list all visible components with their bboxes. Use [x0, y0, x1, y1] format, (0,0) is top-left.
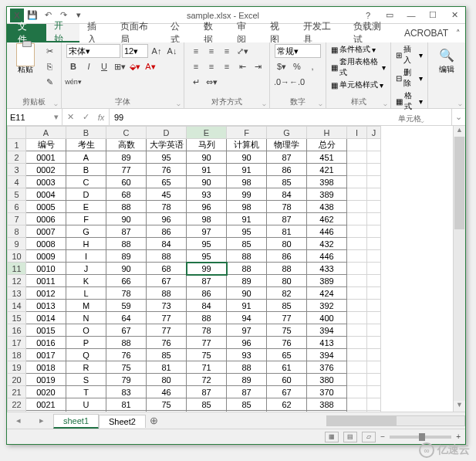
cell-E15[interactable]: 88	[187, 312, 227, 324]
cell-I13[interactable]	[347, 287, 367, 300]
qat-more-icon[interactable]: ▾	[72, 8, 86, 22]
row-header-8[interactable]: 8	[8, 225, 26, 238]
cell-D11[interactable]: 68	[147, 263, 187, 275]
tab-file[interactable]: 文件	[7, 24, 46, 42]
cell-H2[interactable]: 451	[307, 151, 347, 164]
tab-view[interactable]: 视图	[262, 24, 295, 42]
cell-B8[interactable]: G	[66, 225, 106, 238]
cell-C12[interactable]: 66	[106, 275, 147, 287]
cell-J8[interactable]	[367, 225, 381, 238]
normal-view-icon[interactable]: ▦	[325, 432, 339, 442]
col-header-I[interactable]: I	[347, 127, 367, 139]
cell-F21[interactable]: 87	[227, 386, 267, 398]
cell-B23[interactable]: V	[66, 411, 106, 412]
cell-I9[interactable]	[347, 238, 367, 250]
cell-J7[interactable]	[367, 213, 381, 225]
cell-C15[interactable]: 64	[106, 312, 147, 324]
cell-E5[interactable]: 93	[187, 188, 227, 201]
cell-G19[interactable]: 61	[267, 361, 307, 374]
cell-B20[interactable]: S	[66, 374, 106, 386]
sheet-nav-prev-icon[interactable]: ◂	[16, 415, 21, 425]
cell-J20[interactable]	[367, 374, 381, 386]
cell-F12[interactable]: 89	[227, 275, 267, 287]
cell-A12[interactable]: 0011	[26, 275, 66, 287]
cell-D17[interactable]: 76	[147, 337, 187, 349]
tab-acrobat[interactable]: ACROBAT	[397, 24, 456, 42]
page-layout-view-icon[interactable]: ▤	[343, 432, 357, 442]
row-header-21[interactable]: 21	[8, 386, 26, 398]
cell-F17[interactable]: 96	[227, 337, 267, 349]
cell-G22[interactable]: 62	[267, 398, 307, 411]
cell-C23[interactable]: 69	[106, 411, 147, 412]
horizontal-scrollbar[interactable]	[326, 415, 465, 426]
zoom-slider[interactable]	[390, 436, 451, 439]
cell-J19[interactable]	[367, 361, 381, 374]
tab-insert[interactable]: 插入	[79, 24, 113, 42]
cell-C5[interactable]: 68	[106, 188, 147, 201]
cell-C20[interactable]: 79	[106, 374, 147, 386]
row-header-1[interactable]: 1	[8, 139, 26, 151]
cell-H23[interactable]: 360	[307, 411, 347, 412]
enter-formula-icon[interactable]: ✓	[78, 112, 93, 122]
copy-icon[interactable]: ⎘	[42, 59, 56, 73]
cell-B4[interactable]: C	[66, 176, 106, 188]
cell-J23[interactable]	[367, 411, 381, 412]
minimize-icon[interactable]: —	[400, 7, 422, 24]
cell-D7[interactable]: 96	[147, 213, 187, 225]
cell-B13[interactable]: L	[66, 287, 106, 300]
cell-B6[interactable]: E	[66, 201, 106, 213]
cell-E16[interactable]: 78	[187, 324, 227, 337]
cell-C8[interactable]: 87	[106, 225, 147, 238]
cell-A1[interactable]: 编号	[26, 139, 66, 151]
cell-J15[interactable]	[367, 312, 381, 324]
paste-button[interactable]: 粘贴	[12, 44, 39, 73]
col-header-G[interactable]: G	[267, 127, 307, 139]
cell-J13[interactable]	[367, 287, 381, 300]
cell-C22[interactable]: 81	[106, 398, 147, 411]
align-center-icon[interactable]: ≡	[204, 59, 218, 73]
cell-B18[interactable]: Q	[66, 349, 106, 361]
cell-F22[interactable]: 85	[227, 398, 267, 411]
decrease-font-icon[interactable]: A↓	[165, 44, 179, 58]
cell-G6[interactable]: 78	[267, 201, 307, 213]
cell-G14[interactable]: 85	[267, 300, 307, 312]
delete-cells-button[interactable]: ⊟ 删除▾	[396, 67, 423, 89]
cell-I15[interactable]	[347, 312, 367, 324]
cell-J14[interactable]	[367, 300, 381, 312]
cell-A16[interactable]: 0015	[26, 324, 66, 337]
col-header-B[interactable]: B	[66, 127, 106, 139]
sheet-tab-2[interactable]: Sheet2	[99, 415, 146, 428]
cell-J16[interactable]	[367, 324, 381, 337]
row-header-12[interactable]: 12	[8, 275, 26, 287]
cell-A9[interactable]: 0008	[26, 238, 66, 250]
row-header-17[interactable]: 17	[8, 337, 26, 349]
cell-E9[interactable]: 95	[187, 238, 227, 250]
col-header-D[interactable]: D	[147, 127, 187, 139]
cell-E17[interactable]: 77	[187, 337, 227, 349]
row-header-18[interactable]: 18	[8, 349, 26, 361]
cell-D12[interactable]: 67	[147, 275, 187, 287]
row-header-6[interactable]: 6	[8, 201, 26, 213]
cell-F2[interactable]: 90	[227, 151, 267, 164]
cell-I19[interactable]	[347, 361, 367, 374]
cell-F10[interactable]: 88	[227, 250, 267, 263]
cell-H7[interactable]: 462	[307, 213, 347, 225]
cell-E19[interactable]: 71	[187, 361, 227, 374]
cell-H6[interactable]: 438	[307, 201, 347, 213]
cell-E2[interactable]: 90	[187, 151, 227, 164]
cell-C3[interactable]: 77	[106, 164, 147, 176]
tab-developer[interactable]: 开发工具	[295, 24, 346, 42]
cell-F15[interactable]: 94	[227, 312, 267, 324]
cell-G20[interactable]: 60	[267, 374, 307, 386]
cell-B11[interactable]: J	[66, 263, 106, 275]
editing-button[interactable]: 🔍 编辑	[433, 44, 461, 73]
increase-font-icon[interactable]: A↑	[150, 44, 164, 58]
border-button[interactable]: ⊞▾	[113, 59, 127, 73]
cell-G18[interactable]: 65	[267, 349, 307, 361]
cell-F18[interactable]: 93	[227, 349, 267, 361]
cell-D20[interactable]: 80	[147, 374, 187, 386]
sheet-tab-1[interactable]: sheet1	[53, 414, 99, 429]
cell-C4[interactable]: 60	[106, 176, 147, 188]
cell-C2[interactable]: 89	[106, 151, 147, 164]
align-top-icon[interactable]: ≡	[189, 44, 203, 58]
